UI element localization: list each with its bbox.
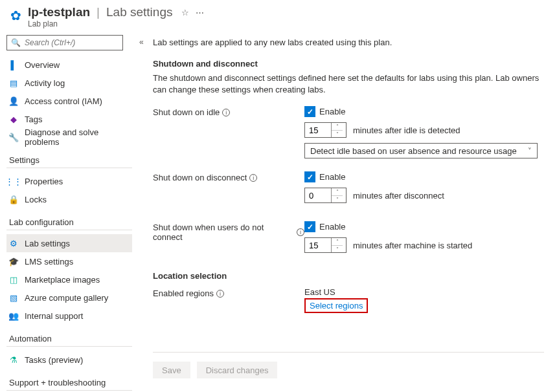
spinner-down-icon[interactable]: ˅ — [332, 196, 343, 203]
page-section: Lab settings — [106, 5, 172, 19]
disconnect-suffix: minutes after disconnect — [353, 191, 444, 201]
row-shutdown-idle: Shut down on idle i ✓ Enable ˄ ˅ — [153, 106, 544, 158]
sidebar-label: Activity log — [25, 78, 65, 88]
noconnect-suffix: minutes after machine is started — [353, 241, 472, 250]
intro-text: Lab settings are applied to any new labs… — [153, 38, 544, 47]
sidebar-item-compute-gallery[interactable]: ▧ Azure compute gallery — [6, 289, 132, 307]
lock-icon: 🔒 — [9, 195, 18, 204]
resource-type: Lab plan — [28, 19, 547, 28]
header: ✿ lp-testplan | Lab settings ☆ ⋯ Lab pla… — [0, 0, 557, 31]
enable-label: Enable — [319, 222, 345, 232]
main-content: Lab settings are applied to any new labs… — [137, 31, 557, 392]
properties-icon: ⋮⋮ — [9, 177, 18, 186]
discard-button[interactable]: Discard changes — [197, 362, 278, 378]
noconnect-minutes-input[interactable]: ˄ ˅ — [304, 237, 347, 253]
enable-label: Enable — [319, 172, 345, 182]
row-shutdown-noconnect: Shut down when users do not connect i ✓ … — [153, 221, 544, 258]
diagnose-icon: 🔧 — [9, 133, 18, 142]
select-regions-highlight: Select regions — [304, 298, 368, 313]
overview-icon: ▌ — [9, 60, 18, 69]
idle-detect-select[interactable]: Detect idle based on user absence and re… — [304, 143, 538, 158]
sidebar-label: Tasks (preview) — [25, 355, 83, 365]
shutdown-desc: The shutdown and disconnect settings def… — [153, 72, 544, 96]
disconnect-label: Shut down on disconnect — [153, 173, 247, 182]
marketplace-icon: ◫ — [9, 275, 18, 284]
sidebar-label: Tags — [25, 114, 42, 124]
sidebar-item-lab-settings[interactable]: ⚙ Lab settings — [6, 234, 132, 252]
sidebar-item-iam[interactable]: 👤 Access control (IAM) — [6, 92, 132, 110]
favorite-icon[interactable]: ☆ — [181, 8, 189, 17]
noconnect-enable-checkbox[interactable]: ✓ — [304, 221, 315, 232]
sidebar-label: Properties — [25, 177, 63, 186]
sidebar: 🔍 ▌ Overview ▤ Activity log 👤 Access con… — [0, 31, 137, 392]
sidebar-item-locks[interactable]: 🔒 Locks — [6, 190, 132, 208]
search-icon: 🔍 — [11, 38, 21, 47]
gallery-icon: ▧ — [9, 293, 18, 302]
sidebar-item-tags[interactable]: ◆ Tags — [6, 110, 132, 128]
sidebar-item-internal-support[interactable]: 👥 Internal support — [6, 307, 132, 325]
row-enabled-regions: Enabled regions i East US Select regions — [153, 287, 544, 313]
disconnect-minutes-input[interactable]: ˄ ˅ — [304, 188, 347, 203]
shutdown-heading: Shutdown and disconnect — [153, 59, 544, 69]
resource-name: lp-testplan — [28, 5, 90, 19]
enable-label: Enable — [319, 107, 345, 116]
sidebar-label: Azure compute gallery — [25, 293, 108, 303]
noconnect-label: Shut down when users do not connect — [153, 223, 294, 242]
info-icon[interactable]: i — [222, 109, 230, 116]
section-support: Support + troubleshooting — [9, 378, 132, 387]
spinner-up-icon[interactable]: ˄ — [332, 123, 343, 131]
row-shutdown-disconnect: Shut down on disconnect i ✓ Enable ˄ ˅ — [153, 171, 544, 208]
collapse-sidebar-icon[interactable]: « — [139, 38, 144, 47]
regions-value: East US — [304, 287, 544, 297]
sidebar-label: Diagnose and solve problems — [25, 127, 132, 147]
idle-detect-value: Detect idle based on user absence and re… — [310, 146, 517, 156]
sidebar-item-lms[interactable]: 🎓 LMS settings — [6, 252, 132, 270]
sidebar-item-diagnose[interactable]: 🔧 Diagnose and solve problems — [6, 128, 132, 146]
tasks-icon: ⚗ — [9, 355, 18, 364]
idle-suffix: minutes after idle is detected — [353, 125, 460, 135]
settings-icon: ⚙ — [9, 239, 18, 248]
log-icon: ▤ — [9, 78, 18, 87]
sidebar-item-activity-log[interactable]: ▤ Activity log — [6, 74, 132, 92]
sidebar-item-overview[interactable]: ▌ Overview — [6, 56, 132, 74]
sidebar-label: Overview — [25, 60, 60, 70]
regions-label: Enabled regions — [153, 289, 214, 298]
sidebar-label: LMS settings — [25, 257, 73, 267]
disconnect-enable-checkbox[interactable]: ✓ — [304, 171, 315, 182]
idle-enable-checkbox[interactable]: ✓ — [304, 106, 315, 117]
more-icon[interactable]: ⋯ — [196, 8, 204, 17]
support-icon: 👥 — [9, 311, 18, 320]
section-automation: Automation — [9, 334, 132, 343]
spinner-up-icon[interactable]: ˄ — [332, 188, 343, 196]
sidebar-item-properties[interactable]: ⋮⋮ Properties — [6, 172, 132, 190]
chevron-down-icon: ˅ — [528, 147, 532, 155]
tags-icon: ◆ — [9, 114, 18, 124]
sidebar-label: Locks — [25, 195, 47, 204]
search-input[interactable]: 🔍 — [6, 35, 123, 50]
section-lab-config: Lab configuration — [9, 217, 132, 227]
spinner-up-icon[interactable]: ˄ — [332, 238, 343, 246]
iam-icon: 👤 — [9, 96, 18, 105]
section-settings: Settings — [9, 155, 132, 165]
spinner-down-icon[interactable]: ˅ — [332, 246, 343, 253]
save-button[interactable]: Save — [153, 362, 190, 378]
sidebar-label: Internal support — [25, 311, 83, 321]
idle-minutes-input[interactable]: ˄ ˅ — [304, 122, 347, 138]
sidebar-label: Marketplace images — [25, 275, 100, 285]
sidebar-label: Lab settings — [25, 239, 70, 248]
idle-label: Shut down on idle — [153, 107, 220, 117]
info-icon[interactable]: i — [216, 290, 224, 298]
location-heading: Location selection — [153, 271, 544, 281]
footer-toolbar: Save Discard changes — [153, 352, 544, 378]
info-icon[interactable]: i — [249, 174, 257, 182]
gear-icon: ✿ — [10, 8, 21, 23]
sidebar-item-marketplace[interactable]: ◫ Marketplace images — [6, 270, 132, 289]
spinner-down-icon[interactable]: ˅ — [332, 131, 343, 138]
sidebar-item-tasks[interactable]: ⚗ Tasks (preview) — [6, 351, 132, 369]
select-regions-link[interactable]: Select regions — [310, 301, 363, 310]
lms-icon: 🎓 — [9, 257, 18, 266]
info-icon[interactable]: i — [297, 228, 304, 236]
sidebar-label: Access control (IAM) — [25, 96, 102, 106]
